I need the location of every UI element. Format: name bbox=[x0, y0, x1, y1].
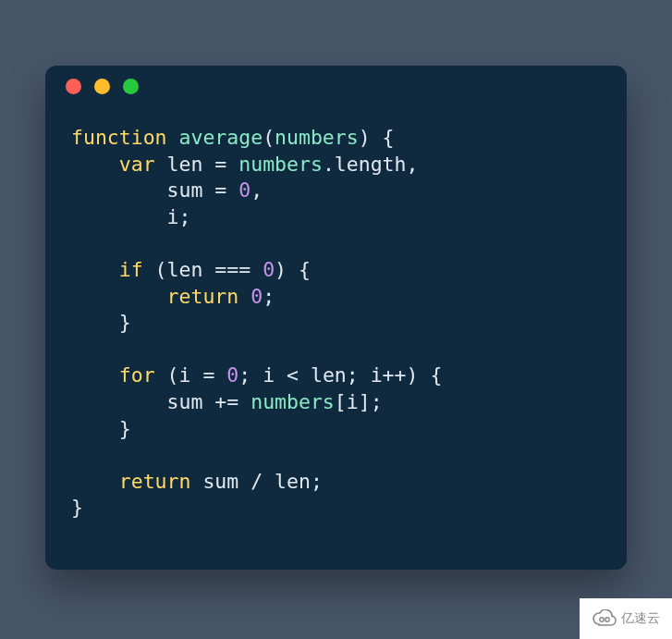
code-token-sp bbox=[238, 285, 250, 308]
code-token-punc: } bbox=[71, 311, 131, 334]
code-token-num: 0 bbox=[238, 178, 250, 202]
code-token-fn: average bbox=[179, 126, 263, 149]
code-token-id: i; bbox=[71, 205, 190, 228]
code-token-num: 0 bbox=[250, 285, 263, 308]
traffic-light-zoom-icon[interactable] bbox=[123, 79, 139, 94]
code-token-id: (len bbox=[143, 258, 215, 281]
code-token-id: (i bbox=[155, 363, 203, 387]
code-token-id: sum bbox=[71, 390, 214, 413]
code-token-sp bbox=[71, 285, 167, 308]
code-token-kw: var bbox=[119, 153, 155, 176]
code-token-id: ; i bbox=[238, 363, 287, 387]
code-token-sp bbox=[226, 153, 238, 176]
code-token-punc: } bbox=[71, 496, 83, 519]
code-token-num: 0 bbox=[263, 258, 275, 281]
code-token-punc: } bbox=[71, 417, 131, 440]
code-token-punc: ) { bbox=[359, 126, 395, 149]
code-token-sp bbox=[71, 470, 119, 493]
code-window: function average(numbers) { var len = nu… bbox=[45, 66, 627, 570]
code-token-prop: numbers bbox=[250, 390, 335, 413]
code-token-punc: = bbox=[214, 153, 226, 176]
code-token-punc: ; bbox=[263, 285, 275, 308]
code-token-id: sum bbox=[71, 178, 214, 202]
code-token-punc: ++ bbox=[383, 363, 407, 387]
code-block: function average(numbers) { var len = nu… bbox=[45, 106, 627, 547]
code-token-id: .length, bbox=[323, 153, 419, 176]
code-token-punc: ) { bbox=[407, 363, 443, 387]
code-token-kw: return bbox=[119, 470, 191, 493]
code-token-kw: return bbox=[167, 285, 239, 308]
code-token-id: [i]; bbox=[335, 390, 383, 413]
code-token-sp bbox=[71, 153, 119, 176]
code-token-punc: = bbox=[214, 178, 226, 202]
code-token-prop: numbers bbox=[275, 126, 359, 149]
code-token-prop: numbers bbox=[238, 153, 323, 176]
window-titlebar bbox=[45, 66, 627, 106]
code-token-sp bbox=[226, 178, 238, 202]
code-token-id: len; bbox=[263, 470, 323, 493]
code-token-kw: if bbox=[119, 258, 143, 281]
code-token-punc: += bbox=[214, 390, 238, 413]
code-token-id: sum bbox=[190, 470, 250, 493]
cloud-icon bbox=[592, 609, 617, 628]
code-token-sp bbox=[71, 258, 119, 281]
watermark-badge: 亿速云 bbox=[580, 598, 672, 639]
code-token-punc: / bbox=[250, 470, 263, 493]
code-token-sp bbox=[250, 258, 263, 281]
code-token-sp bbox=[71, 363, 119, 387]
code-token-sp bbox=[167, 126, 179, 149]
code-token-id: len; i bbox=[299, 363, 383, 387]
code-token-num: 0 bbox=[226, 363, 238, 387]
code-token-punc: < bbox=[287, 363, 299, 387]
watermark-text: 亿速云 bbox=[621, 610, 660, 627]
code-token-sp bbox=[214, 363, 226, 387]
svg-point-0 bbox=[600, 618, 604, 621]
code-token-sp bbox=[238, 390, 250, 413]
code-token-punc: = bbox=[202, 363, 214, 387]
code-token-punc: ( bbox=[263, 126, 275, 149]
code-token-punc: , bbox=[250, 178, 263, 202]
code-token-kw: function bbox=[71, 126, 167, 149]
code-token-punc: === bbox=[214, 258, 250, 281]
code-token-id: len bbox=[155, 153, 215, 176]
code-token-punc: ) { bbox=[275, 258, 311, 281]
svg-point-1 bbox=[605, 618, 609, 621]
traffic-light-minimize-icon[interactable] bbox=[94, 79, 110, 94]
traffic-light-close-icon[interactable] bbox=[66, 79, 81, 94]
code-token-kw: for bbox=[119, 363, 155, 387]
